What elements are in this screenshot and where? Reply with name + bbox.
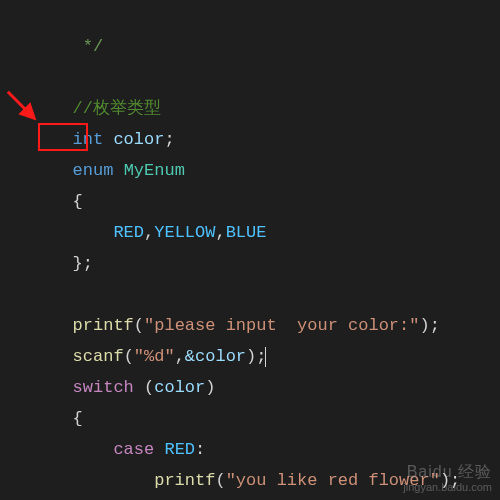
var-color: color xyxy=(113,130,164,149)
format-string: "%d" xyxy=(134,347,175,366)
int-keyword: int xyxy=(73,130,104,149)
open-brace: { xyxy=(73,192,83,211)
comment-cn: //枚举类型 xyxy=(42,99,161,118)
prompt-string: "please input your color:" xyxy=(144,316,419,335)
enum-red: RED xyxy=(113,223,144,242)
printf-call: printf xyxy=(73,316,134,335)
switch-keyword: switch xyxy=(73,378,134,397)
enum-keyword: enum xyxy=(73,161,114,180)
switch-arg: color xyxy=(154,378,205,397)
enum-blue: BLUE xyxy=(226,223,267,242)
case-keyword-1: case xyxy=(113,440,154,459)
watermark-brand: Baidu 经验 xyxy=(407,463,492,480)
close-brace: }; xyxy=(73,254,93,273)
scanf-call: scanf xyxy=(73,347,124,366)
watermark-url: jingyan.baidu.com xyxy=(403,481,492,493)
amp-color: &color xyxy=(185,347,246,366)
enum-type-name: MyEnum xyxy=(124,161,185,180)
text-caret xyxy=(265,347,266,367)
code-editor[interactable]: */ //枚举类型 int color; enum MyEnum { RED,Y… xyxy=(0,0,500,500)
enum-yellow: YELLOW xyxy=(154,223,215,242)
switch-open-brace: { xyxy=(73,409,83,428)
watermark: Baidu 经验 jingyan.baidu.com xyxy=(403,465,492,494)
case-red: RED xyxy=(164,440,195,459)
comment-end: */ xyxy=(42,37,103,56)
printf-red: printf xyxy=(154,471,215,490)
